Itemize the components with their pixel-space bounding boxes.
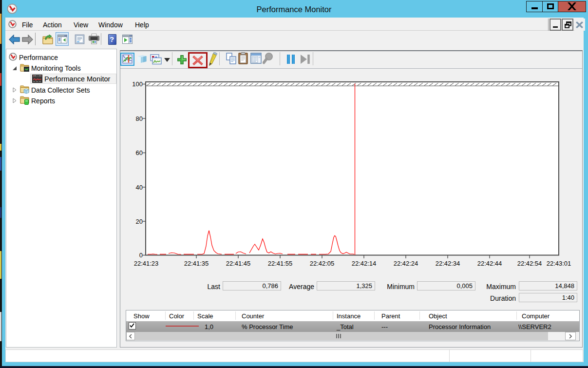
svg-text:22:41:55: 22:41:55 xyxy=(268,260,293,267)
svg-text:22:41:35: 22:41:35 xyxy=(184,260,209,267)
svg-text:22:43:01: 22:43:01 xyxy=(547,260,571,267)
svg-text:22:42:05: 22:42:05 xyxy=(310,260,335,267)
svg-text:0: 0 xyxy=(139,252,143,259)
svg-text:22:41:45: 22:41:45 xyxy=(226,260,251,267)
svg-text:22:41:23: 22:41:23 xyxy=(134,260,159,267)
svg-text:20: 20 xyxy=(136,218,143,225)
svg-text:100: 100 xyxy=(132,80,143,88)
svg-text:22:42:34: 22:42:34 xyxy=(436,260,460,267)
svg-text:80: 80 xyxy=(136,115,143,122)
svg-text:40: 40 xyxy=(136,184,143,191)
svg-text:22:42:14: 22:42:14 xyxy=(352,260,377,267)
svg-text:22:42:44: 22:42:44 xyxy=(477,260,502,267)
svg-text:60: 60 xyxy=(136,149,143,156)
svg-text:22:42:54: 22:42:54 xyxy=(517,260,542,267)
svg-text:22:42:24: 22:42:24 xyxy=(394,260,418,267)
